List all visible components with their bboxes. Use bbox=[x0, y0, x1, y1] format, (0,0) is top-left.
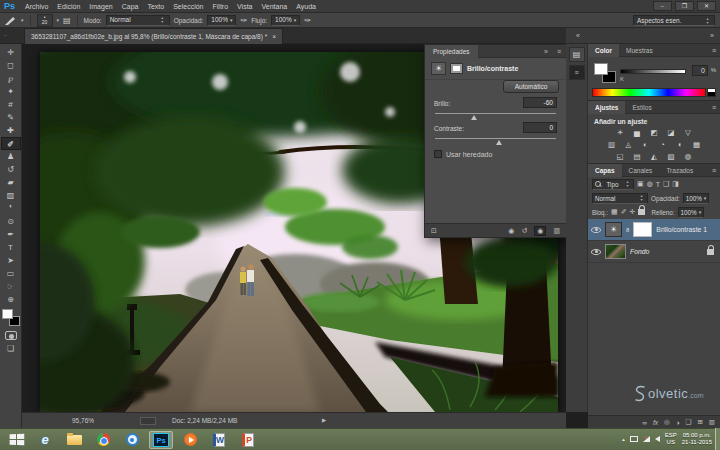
panel-menu-icon[interactable]: ≡ bbox=[712, 167, 716, 174]
lock-transparency-icon[interactable]: ▦ bbox=[611, 208, 618, 216]
panel-menu-icon[interactable]: ≡ bbox=[712, 47, 716, 54]
lock-all-icon[interactable] bbox=[638, 209, 645, 215]
shape-tool[interactable]: ▭ bbox=[1, 267, 21, 280]
filter-shape-layers-icon[interactable]: ❑ bbox=[663, 180, 669, 188]
menu-archivo[interactable]: Archivo bbox=[25, 3, 48, 10]
tab-overflow-icon[interactable]: ‥ bbox=[3, 30, 8, 37]
filter-adjustment-layers-icon[interactable]: ◍ bbox=[647, 180, 653, 188]
volume-tray-icon[interactable] bbox=[655, 436, 660, 442]
adjustment-icon-channel-mixer[interactable]: ◖ bbox=[674, 140, 685, 150]
tab-propiedades[interactable]: Propiedades bbox=[425, 45, 478, 58]
display-tray-icon[interactable] bbox=[630, 436, 638, 442]
docked-panel-icon-2[interactable]: ≡ bbox=[569, 65, 585, 80]
opacity-select[interactable]: 100% ▾ bbox=[207, 15, 236, 26]
path-selection-tool[interactable]: ➤ bbox=[1, 254, 21, 267]
k-channel-value[interactable]: 0 bbox=[692, 65, 708, 76]
layer-fill-select[interactable]: 100% ▾ bbox=[678, 207, 705, 218]
toggle-visibility-icon[interactable]: ◉ bbox=[534, 226, 546, 236]
adjustment-icon-photo-filter[interactable]: ◔ bbox=[657, 140, 668, 150]
adjustment-icon-posterize[interactable]: ▤ bbox=[632, 152, 643, 162]
mode-select[interactable]: Normal ▴▾ bbox=[106, 15, 170, 26]
taskbar-chrome[interactable] bbox=[91, 431, 115, 449]
tab-muestras[interactable]: Muestras bbox=[619, 44, 660, 57]
blur-tool[interactable]: ❜ bbox=[1, 202, 21, 215]
delete-layer-icon[interactable]: ▥ bbox=[709, 418, 715, 426]
menu-ventana[interactable]: Ventana bbox=[262, 3, 288, 10]
panel-menu-icon[interactable]: ≡ bbox=[557, 48, 561, 55]
filter-pixel-layers-icon[interactable]: ▣ bbox=[637, 180, 644, 188]
adjustment-icon-color-balance[interactable]: ◬ bbox=[623, 140, 634, 150]
layer-style-icon[interactable]: fx bbox=[653, 419, 658, 426]
menu-capa[interactable]: Capa bbox=[122, 3, 139, 10]
taskbar-word[interactable]: W bbox=[207, 431, 231, 449]
docked-panel-icon-1[interactable]: ▤ bbox=[569, 47, 585, 62]
layer-filter-select[interactable]: Tipo ▴▾ bbox=[592, 179, 634, 190]
lock-position-icon[interactable]: ✛ bbox=[630, 208, 636, 216]
collapse-dock-icon[interactable]: » bbox=[710, 32, 714, 39]
taskbar-photoshop[interactable]: Ps bbox=[149, 431, 173, 449]
filter-smart-objects-icon[interactable]: ◨ bbox=[672, 180, 679, 188]
crop-tool[interactable]: # bbox=[1, 98, 21, 111]
adjustment-icon-hue-saturation[interactable]: ▥ bbox=[606, 140, 617, 150]
layer-opacity-select[interactable]: 100% ▾ bbox=[683, 193, 710, 204]
menu-imagen[interactable]: Imagen bbox=[89, 3, 112, 10]
view-previous-state-icon[interactable]: ◉ bbox=[508, 227, 514, 235]
healing-brush-tool[interactable]: ✚ bbox=[1, 124, 21, 137]
reset-adjustment-icon[interactable]: ↺ bbox=[521, 227, 527, 235]
brightness-value[interactable]: -60 bbox=[523, 97, 557, 108]
clone-stamp-tool[interactable]: ♟ bbox=[1, 150, 21, 163]
menu-edicion[interactable]: Edición bbox=[57, 3, 80, 10]
eyedropper-tool[interactable]: ✎ bbox=[1, 111, 21, 124]
delete-adjustment-icon[interactable]: ▥ bbox=[553, 227, 560, 235]
add-layer-mask-icon[interactable]: ◎ bbox=[664, 418, 670, 426]
taskbar-media-player[interactable] bbox=[178, 431, 202, 449]
marquee-tool[interactable]: ◻ bbox=[1, 59, 21, 72]
status-mini-field[interactable] bbox=[140, 417, 156, 425]
adjustment-icon-vibrance[interactable]: ▽ bbox=[683, 128, 694, 138]
tab-canales[interactable]: Canales bbox=[622, 164, 660, 177]
layer-image-thumbnail[interactable] bbox=[605, 244, 626, 259]
foreground-color-swatch[interactable] bbox=[2, 309, 13, 319]
layer-name[interactable]: Brillo/contraste 1 bbox=[656, 226, 707, 233]
adjustment-icon-gradient-map[interactable]: ▧ bbox=[666, 152, 677, 162]
new-adjustment-layer-icon[interactable]: ◑ bbox=[676, 419, 680, 426]
menu-texto[interactable]: Texto bbox=[147, 3, 164, 10]
move-tool[interactable]: ✛ bbox=[1, 46, 21, 59]
layer-visibility-icon[interactable] bbox=[591, 227, 601, 233]
menu-ayuda[interactable]: Ayuda bbox=[296, 3, 316, 10]
language-indicator[interactable]: ESP US bbox=[665, 432, 677, 446]
tab-estilos[interactable]: Estilos bbox=[625, 101, 658, 114]
brush-preset-picker[interactable]: • 20 bbox=[37, 14, 53, 27]
lasso-tool[interactable]: ℘ bbox=[1, 72, 21, 85]
pen-tool[interactable]: ✒ bbox=[1, 228, 21, 241]
start-button[interactable] bbox=[4, 431, 28, 449]
lock-image-icon[interactable]: ✐ bbox=[621, 208, 627, 216]
adjustment-icon-levels[interactable]: ▅ bbox=[632, 128, 643, 138]
airbrush-toggle-icon[interactable]: ✑ bbox=[304, 16, 311, 25]
tab-color[interactable]: Color bbox=[588, 44, 619, 57]
clock[interactable]: 05:00 p.m. 21-11-2015 bbox=[682, 432, 712, 446]
restore-button[interactable]: ❐ bbox=[675, 1, 694, 11]
adjustment-icon-brightness-contrast[interactable]: ☀ bbox=[615, 128, 626, 138]
link-layers-icon[interactable]: ∞ bbox=[642, 419, 647, 426]
brightness-slider[interactable] bbox=[435, 113, 556, 114]
screen-mode-button[interactable]: ❏ bbox=[1, 342, 21, 355]
spectrum-bw-swatch[interactable] bbox=[707, 88, 716, 97]
contrast-slider[interactable] bbox=[435, 138, 556, 139]
blend-mode-select[interactable]: Normal ▴▾ bbox=[592, 193, 648, 204]
flow-select[interactable]: 100% ▾ bbox=[271, 15, 300, 26]
mask-link-icon[interactable]: 8 bbox=[626, 227, 629, 233]
quick-mask-button[interactable] bbox=[5, 331, 17, 340]
eraser-tool[interactable]: ▰ bbox=[1, 176, 21, 189]
quick-selection-tool[interactable]: ✦ bbox=[1, 85, 21, 98]
pressure-opacity-icon[interactable]: ✑ bbox=[240, 16, 247, 25]
menu-seleccion[interactable]: Selección bbox=[173, 3, 203, 10]
brush-tool[interactable]: ✐ bbox=[1, 137, 21, 150]
workspace-select[interactable]: Aspectos esen. ▴▾ bbox=[633, 15, 715, 26]
network-tray-icon[interactable] bbox=[643, 436, 650, 442]
menu-filtro[interactable]: Filtro bbox=[213, 3, 229, 10]
layer-name[interactable]: Fondo bbox=[630, 248, 649, 255]
new-layer-icon[interactable]: ⊞ bbox=[697, 418, 702, 426]
menu-vista[interactable]: Vista bbox=[237, 3, 252, 10]
filter-type-layers-icon[interactable]: T bbox=[656, 181, 660, 188]
